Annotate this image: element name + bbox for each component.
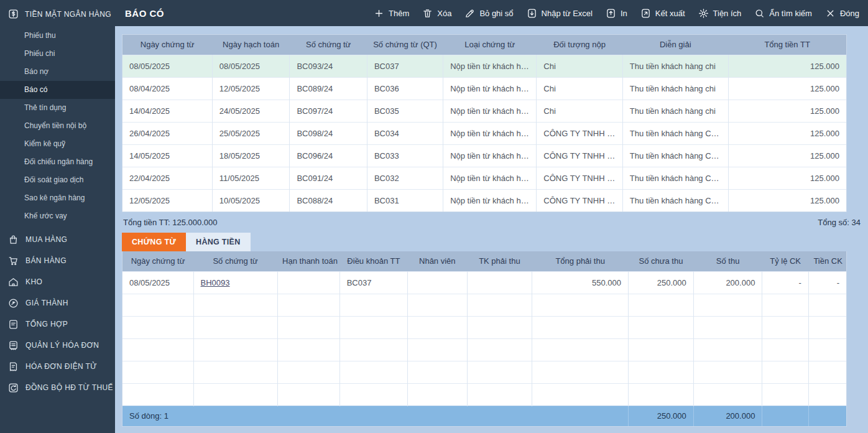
sidebar-item-gia-thanh[interactable]: GIÁ THÀNH bbox=[0, 292, 115, 314]
sidebar-item-hoa-don-dien-tu[interactable]: HÓA ĐƠN ĐIỆN TỬ bbox=[0, 356, 115, 377]
price-tag-icon bbox=[8, 298, 19, 309]
toolbar-button-label: Kết xuất bbox=[655, 9, 685, 18]
sidebar-item-phieu-thu[interactable]: Phiếu thu bbox=[0, 27, 115, 45]
column-header-ngay-hach-toan[interactable]: Ngày hạch toán bbox=[212, 35, 290, 55]
in-button[interactable]: In bbox=[606, 8, 627, 19]
xoa-button[interactable]: Xóa bbox=[422, 8, 451, 19]
cell bbox=[122, 338, 193, 361]
cell: CÔNG TY TNHH S... bbox=[537, 189, 623, 212]
sidebar-item-chuyen-tien-noi-bo[interactable]: Chuyển tiền nội bộ bbox=[0, 117, 115, 135]
sidebar-item-quan-ly-hoa-don[interactable]: QUẢN LÝ HÓA ĐƠN bbox=[0, 335, 115, 356]
cell: - bbox=[762, 271, 808, 294]
cell: 26/04/2025 bbox=[122, 122, 212, 144]
tien-ich-button[interactable]: Tiện ích bbox=[698, 8, 742, 19]
export-file-icon bbox=[640, 8, 651, 19]
tab-hang-tien[interactable]: HÀNG TIỀN bbox=[186, 233, 250, 251]
table-row[interactable]: 12/05/202510/05/2025BC088/24BC031Nộp tiề… bbox=[122, 189, 846, 212]
cell: Nộp tiền từ khách hàng bbox=[443, 144, 537, 167]
column-header-dieu-khoan-tt[interactable]: Điều khoản TT bbox=[339, 251, 407, 271]
empty-row[interactable] bbox=[122, 294, 846, 316]
table-row[interactable]: 08/04/202512/05/2025BC089/24BC036Nộp tiề… bbox=[122, 77, 846, 100]
cell bbox=[408, 271, 467, 294]
cell bbox=[339, 316, 407, 338]
cell: Thu tiền khách hàng chi bbox=[622, 77, 728, 100]
table-row[interactable]: 08/05/2025BH0093BC037550.000250.000200.0… bbox=[122, 271, 846, 294]
sidebar-item-mua-hang[interactable]: MUA HÀNG bbox=[0, 229, 115, 250]
column-header-so-chua-thu[interactable]: Số chưa thu bbox=[629, 251, 694, 271]
column-header-nhan-vien[interactable]: Nhân viên bbox=[408, 251, 467, 271]
cell: 11/05/2025 bbox=[212, 167, 290, 189]
dong-button[interactable]: Đóng bbox=[825, 8, 859, 19]
empty-row[interactable] bbox=[122, 361, 846, 383]
sidebar-item-doi-soat-giao-dich[interactable]: Đối soát giao dịch bbox=[0, 171, 115, 189]
ket-xuat-button[interactable]: Kết xuất bbox=[640, 8, 685, 19]
column-header-ty-le-ck[interactable]: Tỷ lệ CK bbox=[762, 251, 808, 271]
report-icon bbox=[8, 319, 19, 330]
sidebar-item-sao-ke-ngan-hang[interactable]: Sao kê ngân hàng bbox=[0, 189, 115, 207]
cell bbox=[808, 294, 846, 316]
cell: 125.000 bbox=[728, 122, 846, 144]
tab-chung-tu[interactable]: CHỨNG TỪ bbox=[122, 233, 186, 251]
cell: Chi bbox=[537, 55, 623, 77]
column-header-doi-tuong-nop[interactable]: Đối tượng nộp bbox=[537, 35, 623, 55]
sidebar-item-bao-no[interactable]: Báo nợ bbox=[0, 63, 115, 81]
column-header-tk-phai-thu[interactable]: TK phải thu bbox=[467, 251, 532, 271]
column-header-tien-ck[interactable]: Tiền CK bbox=[808, 251, 846, 271]
column-header-loai-chung-tu[interactable]: Loại chứng từ bbox=[443, 35, 537, 55]
column-header-han-thanh-toan[interactable]: Hạn thanh toán bbox=[277, 251, 339, 271]
column-header-ngay-chung-tu[interactable]: Ngày chứng từ bbox=[122, 251, 193, 271]
table-row[interactable]: 26/04/202525/05/2025BC098/24BC034Nộp tiề… bbox=[122, 122, 846, 144]
cell: 10/05/2025 bbox=[212, 189, 290, 212]
cell bbox=[277, 383, 339, 406]
column-header-dien-giai[interactable]: Diễn giải bbox=[622, 35, 728, 55]
sidebar-item-kho[interactable]: KHO bbox=[0, 271, 115, 292]
sidebar-item-khe-uoc-vay[interactable]: Khế ước vay bbox=[0, 207, 115, 225]
column-header-ngay-chung-tu[interactable]: Ngày chứng từ bbox=[122, 35, 212, 55]
row-count-label: Số dòng: 1 bbox=[122, 406, 629, 426]
sidebar-item-bao-co[interactable]: Báo có bbox=[0, 81, 115, 99]
column-header-so-chung-tu-qt[interactable]: Số chứng từ (QT) bbox=[367, 35, 443, 55]
them-button[interactable]: Thêm bbox=[374, 8, 409, 19]
sidebar-item-doi-chieu-ngan-hang[interactable]: Đối chiếu ngân hàng bbox=[0, 153, 115, 171]
cell: BC097/24 bbox=[290, 100, 367, 122]
cell: Chi bbox=[537, 77, 623, 100]
sidebar-item-dong-bo-hd-tu-thue[interactable]: ĐỒNG BỘ HĐ TỪ THUẾ bbox=[0, 377, 115, 398]
column-header-so-chung-tu[interactable]: Số chứng từ bbox=[290, 35, 367, 55]
detail-table: Ngày chứng từSố chứng từHạn thanh toánĐi… bbox=[122, 251, 846, 426]
empty-row[interactable] bbox=[122, 316, 846, 338]
column-header-tong-phai-thu[interactable]: Tổng phải thu bbox=[532, 251, 629, 271]
sidebar-item-the-tin-dung[interactable]: Thẻ tín dụng bbox=[0, 99, 115, 117]
sidebar: TIỀN MẶT NGÂN HÀNG Phiếu thuPhiếu chiBáo… bbox=[0, 0, 115, 433]
empty-row[interactable] bbox=[122, 383, 846, 406]
bo-ghi-so-button[interactable]: Bỏ ghi sổ bbox=[464, 8, 513, 19]
cell bbox=[408, 338, 467, 361]
cell bbox=[467, 383, 532, 406]
table-row[interactable]: 22/04/202511/05/2025BC091/24BC032Nộp tiề… bbox=[122, 167, 846, 189]
cell: 14/05/2025 bbox=[122, 144, 212, 167]
cell: BC036 bbox=[367, 77, 443, 100]
cell: CÔNG TY TNHH S... bbox=[537, 122, 623, 144]
cell: Nộp tiền từ khách hàng bbox=[443, 55, 537, 77]
table-row[interactable]: 14/05/202518/05/2025BC096/24BC033Nộp tiề… bbox=[122, 144, 846, 167]
sidebar-item-tien-mat-ngan-hang[interactable]: TIỀN MẶT NGÂN HÀNG bbox=[0, 4, 115, 26]
document-link[interactable]: BH0093 bbox=[201, 278, 230, 287]
cell bbox=[762, 316, 808, 338]
column-header-so-thu[interactable]: Số thu bbox=[693, 251, 762, 271]
sidebar-item-phieu-chi[interactable]: Phiếu chi bbox=[0, 45, 115, 63]
sidebar-item-tong-hop[interactable]: TỔNG HỢP bbox=[0, 314, 115, 335]
cell bbox=[193, 294, 277, 316]
nhap-tu-excel-button[interactable]: Nhập từ Excel bbox=[527, 8, 593, 19]
table-row[interactable]: 14/04/202524/05/2025BC097/24BC035Nộp tiề… bbox=[122, 100, 846, 122]
table-row[interactable]: 08/05/202508/05/2025BC093/24BC037Nộp tiề… bbox=[122, 55, 846, 77]
main-area: BÁO CÓ ThêmXóaBỏ ghi sổNhập từ ExcelInKế… bbox=[115, 0, 868, 433]
empty-row[interactable] bbox=[122, 338, 846, 361]
column-header-so-chung-tu[interactable]: Số chứng từ bbox=[193, 251, 277, 271]
cell bbox=[532, 361, 629, 383]
column-header-tong-tien-tt[interactable]: Tổng tiền TT bbox=[728, 35, 846, 55]
sidebar-item-kiem-ke-quy[interactable]: Kiểm kê quỹ bbox=[0, 135, 115, 153]
an-tim-kiem-button[interactable]: Ẩn tìm kiếm bbox=[754, 8, 812, 19]
sidebar-item-ban-hang[interactable]: BÁN HÀNG bbox=[0, 250, 115, 271]
cell: 125.000 bbox=[728, 189, 846, 212]
cell: 08/05/2025 bbox=[122, 271, 193, 294]
gear-icon bbox=[698, 8, 709, 19]
